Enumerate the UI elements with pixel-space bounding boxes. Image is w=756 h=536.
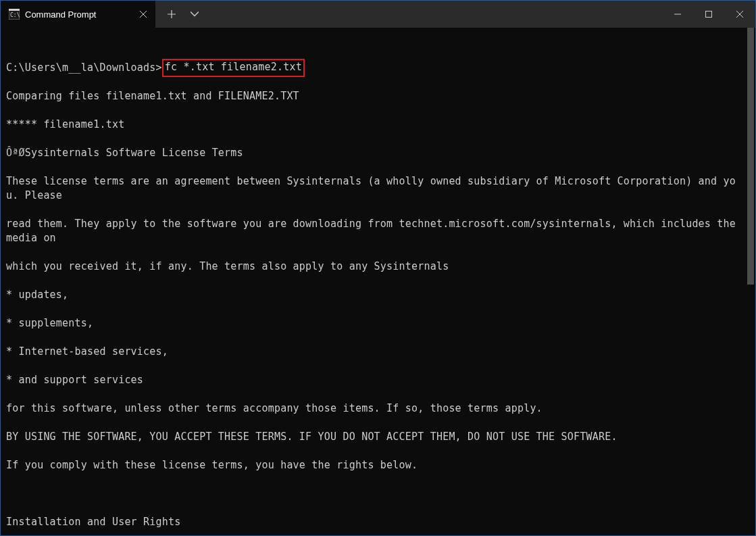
tab-dropdown-button[interactable] bbox=[183, 1, 206, 28]
terminal-output[interactable]: C:\Users\m__la\Downloads>fc *.txt filena… bbox=[1, 28, 746, 535]
cmd-icon: C:\ bbox=[9, 9, 20, 20]
svg-text:C:\: C:\ bbox=[10, 12, 20, 18]
prompt: C:\Users\m__la\Downloads> bbox=[6, 61, 162, 75]
scrollbar-thumb[interactable] bbox=[747, 28, 754, 285]
new-tab-button[interactable] bbox=[160, 1, 183, 28]
close-button[interactable] bbox=[724, 1, 755, 28]
output-text: Sysinternals Software License Terms bbox=[25, 147, 243, 159]
scrollbar[interactable] bbox=[746, 28, 755, 535]
output-line: for this software, unless other terms ac… bbox=[6, 401, 742, 416]
output-line: * updates, bbox=[6, 288, 742, 302]
tab-title: Command Prompt bbox=[25, 9, 131, 20]
output-line: which you received it, if any. The terms… bbox=[6, 260, 742, 274]
output-line: * Internet-based services, bbox=[6, 345, 742, 359]
bom-marker: ÔªØ bbox=[6, 147, 25, 159]
output-line: BY USING THE SOFTWARE, YOU ACCEPT THESE … bbox=[6, 430, 742, 444]
svg-rect-3 bbox=[706, 11, 712, 18]
output-line bbox=[6, 487, 742, 501]
tab-actions bbox=[156, 1, 206, 28]
output-line: These license terms are an agreement bet… bbox=[6, 174, 742, 203]
output-line: Installation and User Rights bbox=[6, 515, 742, 529]
output-line: * supplements, bbox=[6, 316, 742, 331]
output-line: read them. They apply to the software yo… bbox=[6, 217, 742, 245]
svg-rect-1 bbox=[9, 9, 20, 11]
maximize-button[interactable] bbox=[693, 1, 724, 28]
minimize-button[interactable] bbox=[662, 1, 693, 28]
output-line: If you comply with these license terms, … bbox=[6, 458, 742, 472]
output-line: * and support services bbox=[6, 373, 742, 387]
window-controls bbox=[662, 1, 755, 28]
highlighted-command: fc *.txt filename2.txt bbox=[162, 59, 305, 77]
titlebar[interactable]: C:\ Command Prompt bbox=[1, 1, 755, 28]
terminal-window: C:\ Command Prompt bbox=[0, 0, 756, 536]
terminal-area: C:\Users\m__la\Downloads>fc *.txt filena… bbox=[1, 28, 755, 535]
output-line: ***** filename1.txt bbox=[6, 118, 742, 132]
tab-command-prompt[interactable]: C:\ Command Prompt bbox=[1, 1, 156, 28]
output-line: Comparing files filename1.txt and FILENA… bbox=[6, 89, 742, 103]
output-line: ÔªØSysinternals Software License Terms bbox=[6, 146, 742, 160]
tab-close-button[interactable] bbox=[136, 7, 150, 21]
